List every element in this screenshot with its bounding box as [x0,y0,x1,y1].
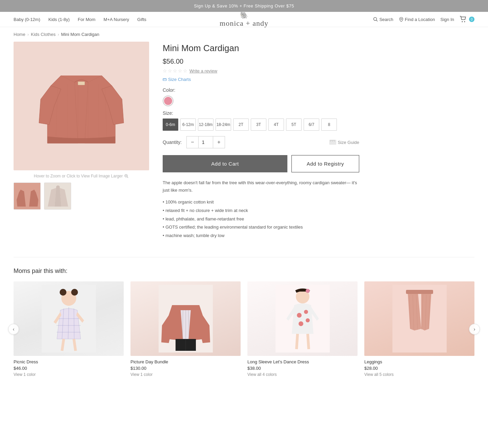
header-actions: Search Find a Location Sign In 0 [373,16,474,23]
svg-point-3 [462,21,463,22]
star-rating: ☆ ☆ ☆ ☆ ☆ [163,68,187,73]
size-btn-4t[interactable]: 4T [268,119,284,131]
promo-banner: Sign Up & Save 10% + Free Shipping Over … [0,0,488,12]
product-main-image[interactable] [14,42,149,170]
breadcrumb-current: Mini Mom Cardigan [61,32,99,37]
pair-card-3[interactable]: Long Sleeve Let's Dance Dress $38.00 Vie… [247,281,358,377]
svg-line-38 [74,339,76,351]
size-label: Size: [163,110,359,116]
find-location-button[interactable]: Find a Location [399,17,435,22]
size-btn-0-6m[interactable]: 0-6m [163,119,178,131]
quantity-input[interactable] [198,136,213,148]
svg-line-37 [62,339,64,351]
size-options: 0-6m 6-12m 12-18m 18-24m 2T 3T 4T 5T 6/7… [163,119,359,131]
bullet-1: 100% organic cotton knit [163,198,359,207]
product-description: The apple doesn't fall far from the tree… [163,179,359,194]
size-charts-text: Size Charts [168,77,191,82]
size-btn-2t[interactable]: 2T [233,119,249,131]
size-btn-12-18m[interactable]: 12-18m [198,119,214,131]
breadcrumb: Home › Kids Clothes › Mini Mom Cardigan [0,27,488,42]
color-label: Color: [163,87,359,93]
color-swatch-pink[interactable] [163,95,174,106]
size-charts-link[interactable]: Size Charts [163,77,359,82]
quantity-decrease-button[interactable]: − [187,136,198,148]
search-button[interactable]: Search [373,17,393,22]
pair-colors-3[interactable]: View all 4 colors [247,372,358,377]
pair-image-4 [364,281,474,356]
svg-rect-57 [406,290,433,294]
star-1: ☆ [163,68,167,73]
pair-name-2: Picture Day Bundle [130,359,241,364]
star-2: ☆ [168,68,172,73]
add-to-cart-button[interactable]: Add to Cart [163,155,287,172]
write-review-link[interactable]: Write a review [189,68,217,73]
quantity-increase-button[interactable]: + [213,136,225,148]
pair-name-4: Leggings [364,359,474,364]
pairs-carousel: ‹ [14,281,474,377]
nav-baby[interactable]: Baby (0-12m) [14,17,40,22]
size-btn-18-24m[interactable]: 18-24m [216,119,231,131]
svg-point-4 [464,21,465,22]
pairs-title: Moms pair this with: [14,268,474,275]
find-location-label: Find a Location [405,17,435,22]
pair-card-1[interactable]: Picnic Dress $46.00 View 1 color [14,281,124,377]
pair-card-2[interactable]: Picture Day Bundle $130.00 View 1 color [130,281,241,377]
nav-for-mom[interactable]: For Mom [78,17,96,22]
star-5: ☆ [183,68,187,73]
zoom-hint-text: Hover to Zoom or Click to View Full Imag… [34,174,123,178]
size-btn-8[interactable]: 8 [321,119,337,131]
svg-line-13 [127,177,128,178]
bullet-5: machine wash; tumble dry low [163,232,359,240]
header: Baby (0-12m) Kids (1-8y) For Mom M+A Nur… [0,12,488,27]
pair-image-3 [247,281,358,356]
pairs-section: Moms pair this with: ‹ [0,268,488,397]
cart-button[interactable]: 0 [460,16,474,23]
thumbnail-2[interactable] [44,183,71,210]
size-btn-5t[interactable]: 5T [286,119,302,131]
nav-kids[interactable]: Kids (1-8y) [48,17,70,22]
pair-price-1: $46.00 [14,366,124,371]
size-guide-icon [329,140,336,145]
location-icon [399,17,404,22]
pair-image-2 [130,281,241,356]
bullet-2: relaxed fit + no closure + wide trim at … [163,207,359,215]
size-guide-link[interactable]: Size Guide [329,140,359,145]
breadcrumb-sep-2: › [58,32,59,37]
sign-in-button[interactable]: Sign In [441,17,454,22]
nav-nursery[interactable]: M+A Nursery [104,17,129,22]
size-btn-3t[interactable]: 3T [251,119,266,131]
nav-gifts[interactable]: Gifts [137,17,146,22]
cardigan-illustration [37,55,125,157]
carousel-prev-button[interactable]: ‹ [8,324,19,335]
star-3: ☆ [173,68,177,73]
thumbnails [14,183,149,210]
product-rating: ☆ ☆ ☆ ☆ ☆ Write a review [163,68,359,73]
product-details: Mini Mom Cardigan $56.00 ☆ ☆ ☆ ☆ ☆ Write… [163,42,359,240]
svg-point-40 [71,289,78,296]
pair-name-3: Long Sleeve Let's Dance Dress [247,359,358,364]
carousel-next-button[interactable]: › [469,324,480,335]
pair-colors-1[interactable]: View 1 color [14,372,124,377]
logo-elephant: 🐘 [220,11,268,19]
logo-text: monica + andy [220,19,268,27]
breadcrumb-sep-1: › [27,32,29,37]
breadcrumb-category[interactable]: Kids Clothes [31,32,56,37]
svg-point-50 [304,310,308,314]
thumbnail-1[interactable] [14,183,41,210]
breadcrumb-home[interactable]: Home [14,32,25,37]
quantity-row: Quantity: − + Size Guide [163,136,359,148]
size-btn-6-12m[interactable]: 6-12m [180,119,196,131]
pair-image-1 [14,281,124,356]
add-to-registry-button[interactable]: Add to Registry [291,155,359,172]
product-price: $56.00 [163,58,359,65]
size-guide-text: Size Guide [338,140,359,145]
quantity-control: − + [186,136,225,148]
pair-colors-4[interactable]: View all 5 colors [364,372,474,377]
logo[interactable]: 🐘 monica + andy [220,11,268,27]
svg-point-55 [306,289,310,293]
product-images: Hover to Zoom or Click to View Full Imag… [14,42,149,240]
pair-card-4[interactable]: Leggings $28.00 View all 5 colors [364,281,474,377]
pair-price-3: $38.00 [247,366,358,371]
pair-colors-2[interactable]: View 1 color [130,372,241,377]
size-btn-6-7[interactable]: 6/7 [304,119,319,131]
